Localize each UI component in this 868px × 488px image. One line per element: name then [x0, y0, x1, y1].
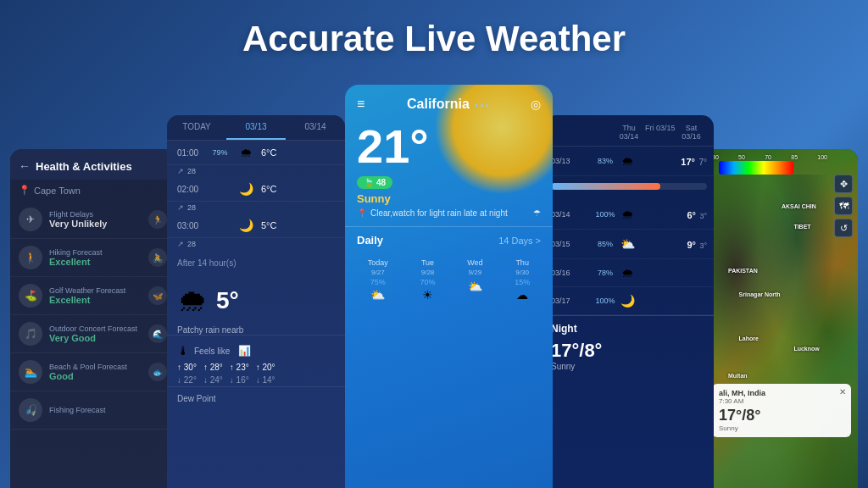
- page-title: Accurate Live Weather: [0, 0, 868, 75]
- day-today: Today 9/27 75% ⛅: [368, 258, 388, 302]
- umbrella-icon: ☂: [533, 208, 541, 218]
- main-temperature: 21°: [345, 111, 441, 173]
- wind-value: 28: [187, 203, 196, 212]
- rain-icon: 🌧: [617, 266, 637, 280]
- feels-lo-values: ↓ 22° ↓ 24° ↓ 16° ↓ 14°: [167, 374, 345, 386]
- map-labels: PAKISTAN TIBET AKSAI CHIN Srinagar North…: [705, 149, 858, 488]
- srinagar-label: Srinagar North: [739, 291, 781, 297]
- feels-like-label: Feels like: [194, 347, 230, 356]
- list-item: 03/15 85% ⛅ 9° 3°: [544, 230, 714, 259]
- feels-lo-3: ↓ 16°: [230, 375, 249, 385]
- hourly-forecast-panel: TODAY 03/13 03/14 01:00 79% 🌧 6°C ↗ 28 0…: [167, 115, 345, 488]
- list-item: 03/17 100% 🌙: [544, 287, 714, 315]
- lucknow-label: Lucknow: [793, 346, 819, 352]
- cloudy-icon: ⛅: [468, 280, 482, 293]
- overcast-icon: ☁: [516, 288, 528, 302]
- city-name: California: [407, 97, 470, 111]
- precip-pct: 100%: [593, 210, 617, 219]
- tooltip-time: 7:30 AM: [719, 397, 844, 405]
- feels-like-values: ↑ 30° ↑ 28° ↑ 23° ↑ 20°: [167, 361, 345, 374]
- list-item: 🚶 Hiking Forecast Excellent 🚴: [10, 239, 175, 277]
- hour-temp: 6°C: [261, 147, 276, 158]
- wind-value: 28: [187, 240, 196, 248]
- activity-label: Flight Delays: [49, 210, 142, 219]
- partly-cloudy-icon: ⛅: [617, 237, 637, 251]
- hour-time: 02:00: [177, 185, 203, 194]
- precip-pct: 78%: [593, 269, 617, 277]
- current-weather-display: 🌧 5°: [167, 276, 345, 325]
- list-item: 03/13 83% 🌧 17° 7°: [544, 147, 714, 176]
- list-item: 03:00 🌙 5°C: [167, 214, 345, 238]
- daily-forecast-row: Today 9/27 75% ⛅ Tue 9/28 70% ☀ Wed 9/29…: [345, 253, 553, 307]
- multan-label: Multan: [728, 373, 748, 379]
- feels-hi-3: ↑ 23°: [230, 363, 249, 372]
- sunny-icon: ☀: [422, 288, 433, 302]
- bar-chart-icon: 📊: [238, 345, 251, 357]
- cloud-rain-icon: 🌧: [177, 283, 208, 319]
- tab-today[interactable]: TODAY: [167, 115, 226, 140]
- rain-icon: 🌧: [617, 208, 637, 221]
- night-title: Night: [551, 323, 707, 335]
- health-location: 📍 Cape Town: [10, 180, 175, 201]
- activity-label: Outdoor Concert Forecast: [49, 324, 142, 333]
- feels-hi-4: ↑ 20°: [256, 363, 275, 372]
- temp-bar-section: [544, 176, 714, 200]
- health-activities-panel: ← Health & Activities 📍 Cape Town ✈ Flig…: [10, 149, 175, 488]
- lahore-label: Lahore: [739, 336, 759, 341]
- list-item: ⛳ Golf Weather Forecast Excellent 🦋: [10, 277, 175, 315]
- night-section: Night 17°/8° Sunny: [544, 315, 714, 378]
- dew-point-label: Dew Point: [167, 386, 345, 407]
- wind-icon: ↗: [177, 240, 184, 248]
- rain-icon: 🌧: [617, 154, 637, 168]
- night-temperature: 17°/8°: [551, 340, 707, 362]
- weather-description: Patchy rain nearb: [167, 325, 345, 335]
- leaf-icon: 🍃: [364, 178, 374, 187]
- back-arrow-icon[interactable]: ←: [19, 159, 31, 173]
- moon-icon: 🌙: [617, 294, 637, 308]
- precip-pct: 100%: [593, 297, 617, 305]
- feels-like-row: 🌡 Feels like 📊: [167, 335, 345, 361]
- activity-value: Very Good: [49, 333, 142, 343]
- tooltip-location: ali, MH, India: [719, 389, 844, 397]
- feels-hi-2: ↑ 28°: [203, 363, 223, 372]
- list-item: ✈ Flight Delays Very Unlikely 🏃: [10, 201, 175, 239]
- activity-label: Beach & Pool Forecast: [49, 363, 142, 371]
- precip-pct: 85%: [593, 240, 617, 248]
- cards-container: ← Health & Activities 📍 Cape Town ✈ Flig…: [0, 85, 868, 488]
- location-icon[interactable]: ◎: [531, 97, 541, 111]
- after-hours-label: After 14 hour(s): [167, 250, 345, 276]
- weekly-forecast-panel: Thu 03/14 Fri 03/15 Sat 03/16 03/13 83% …: [544, 115, 714, 488]
- daily-link[interactable]: 14 Days >: [498, 236, 541, 246]
- day-tue: Tue 9/28 70% ☀: [420, 258, 435, 302]
- bike-icon: 🚴: [148, 248, 167, 267]
- list-item: 03/16 78% 🌧: [544, 259, 714, 287]
- tab-0313[interactable]: 03/13: [226, 115, 286, 140]
- map-tooltip: ✕ ali, MH, India 7:30 AM 17°/8° Sunny: [712, 384, 851, 437]
- hour-temp: 6°C: [261, 184, 276, 194]
- weather-detail: 📍 Clear,watch for light rain late at nig…: [345, 208, 553, 226]
- activity-label: Golf Weather Forecast: [49, 286, 142, 295]
- hiking-icon: 🚶: [19, 246, 42, 269]
- rain-icon: 🌧: [237, 146, 254, 159]
- pin-icon: 📍: [357, 208, 367, 218]
- flight-icon: ✈: [19, 208, 42, 231]
- precip-pct: 83%: [593, 157, 617, 165]
- night-condition: Sunny: [551, 362, 707, 371]
- feels-lo-1: ↓ 22°: [177, 375, 197, 385]
- tab-0314[interactable]: 03/14: [286, 115, 345, 140]
- wind-row: ↗ 28: [167, 238, 345, 250]
- california-weather-panel: ≡ California • • • ◎ 21° 🍃 48 Sunny 📍 Cl…: [345, 85, 553, 488]
- daily-header: Daily 14 Days >: [345, 226, 553, 253]
- wind-row: ↗ 28: [167, 202, 345, 214]
- tooltip-close-button[interactable]: ✕: [839, 387, 846, 396]
- list-item: 🏊 Beach & Pool Forecast Good 🐟: [10, 353, 175, 391]
- hour-time: 03:00: [177, 221, 203, 230]
- hour-time: 01:00: [177, 148, 203, 158]
- menu-icon[interactable]: ≡: [357, 97, 364, 112]
- activity-value: Excellent: [49, 257, 142, 267]
- aksai-chin-label: AKSAI CHIN: [782, 203, 816, 209]
- health-panel-title: Health & Activities: [36, 160, 132, 173]
- temperature-bar: [551, 183, 660, 190]
- tibet-label: TIBET: [793, 224, 810, 230]
- activity-label: Fishing Forecast: [49, 406, 167, 414]
